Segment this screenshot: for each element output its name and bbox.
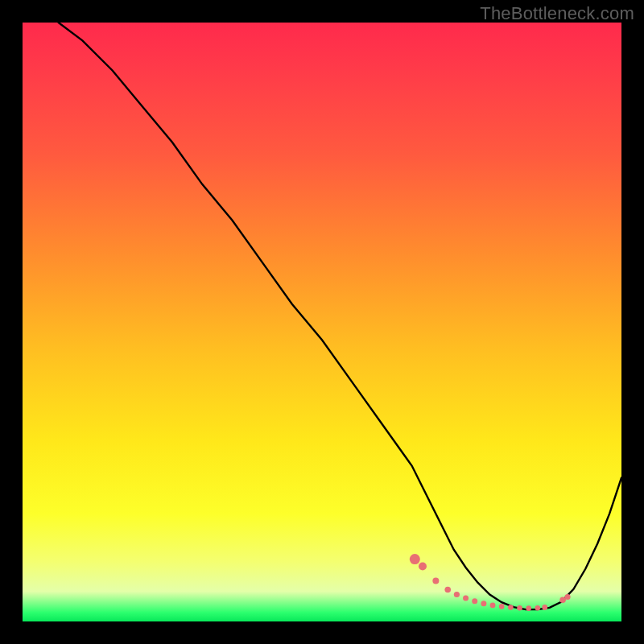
marker-dot: [564, 594, 570, 600]
marker-dot: [508, 605, 514, 610]
marker-dot: [526, 605, 531, 611]
chart-frame: TheBottleneck.com: [0, 0, 644, 644]
marker-dot: [444, 587, 451, 593]
marker-dot: [432, 577, 439, 584]
watermark-text: TheBottleneck.com: [480, 3, 634, 24]
marker-dot: [490, 603, 496, 609]
marker-dot: [410, 554, 420, 564]
marker-dot: [454, 592, 460, 597]
marker-dot: [499, 604, 505, 609]
marker-dot: [419, 563, 427, 571]
marker-dots: [410, 554, 571, 611]
plot-area: [23, 23, 621, 621]
marker-dot: [463, 595, 469, 601]
marker-dot: [517, 605, 522, 611]
marker-dot: [535, 605, 541, 611]
marker-dot: [542, 605, 547, 610]
marker-layer: [23, 23, 621, 621]
marker-dot: [472, 598, 477, 604]
marker-dot: [481, 601, 486, 606]
